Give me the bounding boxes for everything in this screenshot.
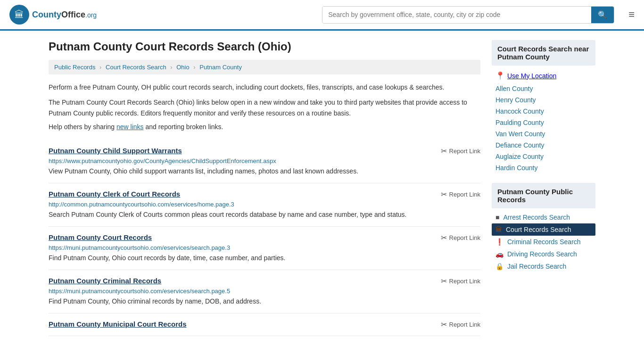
report-link-4[interactable]: ✂ Report Link [441, 320, 480, 329]
report-icon-4: ✂ [441, 320, 447, 329]
sidebar: Court Records Search near Putnam County … [492, 40, 595, 336]
public-records-driving[interactable]: 🚗 Driving Records Search [492, 248, 595, 260]
defiance-county-link[interactable]: Defiance County [495, 141, 545, 149]
record-item-0: Putnam County Child Support Warrants ✂ R… [49, 140, 480, 183]
breadcrumb-ohio[interactable]: Ohio [176, 64, 189, 71]
record-title-3[interactable]: Putnam County Criminal Records [49, 277, 161, 285]
sidebar-nearby: Court Records Search near Putnam County … [492, 40, 595, 173]
description-1: Perform a free Putnam County, OH public … [49, 82, 480, 92]
search-input[interactable] [322, 7, 591, 23]
hancock-county-link[interactable]: Hancock County [495, 107, 544, 115]
vanwert-county-link[interactable]: Van Wert County [495, 130, 545, 138]
record-header-0: Putnam County Child Support Warrants ✂ R… [49, 147, 480, 156]
share-line: Help others by sharing new links and rep… [49, 123, 480, 131]
driving-icon: 🚗 [495, 250, 504, 258]
record-item-1: Putnam County Clerk of Court Records ✂ R… [49, 183, 480, 227]
list-item-auglaize: Auglaize County [492, 151, 595, 162]
record-item-3: Putnam County Criminal Records ✂ Report … [49, 270, 480, 313]
record-title-1[interactable]: Putnam County Clerk of Court Records [49, 190, 180, 198]
list-item-henry: Henry County [492, 94, 595, 106]
site-header: 🏛 CountyOffice.org 🔍 ≡ [0, 0, 644, 31]
report-link-0[interactable]: ✂ Report Link [441, 147, 480, 156]
nearby-counties-list: Allen County Henry County Hancock County… [492, 83, 595, 173]
public-records-list: ■ Arrest Records Search 🏛 Court Records … [492, 211, 595, 272]
public-records-arrest[interactable]: ■ Arrest Records Search [492, 211, 595, 223]
arrest-icon: ■ [495, 214, 499, 221]
record-desc-2: Find Putnam County, Ohio court records b… [49, 253, 480, 263]
report-icon-3: ✂ [441, 277, 447, 286]
record-header-4: Putnam County Municipal Court Records ✂ … [49, 320, 480, 329]
record-title-2[interactable]: Putnam County Court Records [49, 233, 152, 241]
auglaize-county-link[interactable]: Auglaize County [495, 153, 544, 160]
breadcrumb: Public Records › Court Records Search › … [49, 60, 480, 74]
report-link-2[interactable]: ✂ Report Link [441, 233, 480, 242]
hamburger-menu[interactable]: ≡ [628, 8, 635, 21]
search-button[interactable]: 🔍 [591, 7, 614, 23]
hardin-county-link[interactable]: Hardin County [495, 164, 538, 172]
use-my-location[interactable]: 📍 Use My Location [492, 68, 595, 83]
report-link-3[interactable]: ✂ Report Link [441, 277, 480, 286]
record-url-0[interactable]: https://www.putnamcountyohio.gov/CountyA… [49, 157, 480, 165]
breadcrumb-public-records[interactable]: Public Records [54, 64, 95, 71]
record-title-4[interactable]: Putnam County Municipal Court Records [49, 320, 187, 328]
logo-icon: 🏛 [9, 5, 29, 25]
jail-records-link[interactable]: Jail Records Search [507, 263, 566, 270]
record-url-1[interactable]: http://common.putnamcountycourtsohio.com… [49, 201, 480, 208]
list-item-paulding: Paulding County [492, 117, 595, 128]
logo-text: CountyOffice.org [32, 10, 97, 20]
report-icon-2: ✂ [441, 233, 447, 242]
record-title-0[interactable]: Putnam County Child Support Warrants [49, 147, 182, 155]
location-pin-icon: 📍 [495, 71, 505, 80]
sidebar-public-records-header: Putnam County Public Records [492, 183, 595, 208]
page-container: Putnam County Court Records Search (Ohio… [39, 31, 605, 346]
public-records-jail[interactable]: 🔒 Jail Records Search [492, 260, 595, 272]
description-2: The Putnam County Court Records Search (… [49, 97, 480, 118]
list-item-vanwert: Van Wert County [492, 128, 595, 140]
list-item-defiance: Defiance County [492, 140, 595, 151]
report-icon-1: ✂ [441, 190, 447, 199]
paulding-county-link[interactable]: Paulding County [495, 119, 544, 126]
record-header-3: Putnam County Criminal Records ✂ Report … [49, 277, 480, 286]
page-title: Putnam County Court Records Search (Ohio… [49, 40, 480, 53]
record-desc-3: Find Putnam County, Ohio criminal record… [49, 296, 480, 306]
public-records-criminal[interactable]: ❗ Criminal Records Search [492, 236, 595, 248]
criminal-records-link[interactable]: Criminal Records Search [507, 238, 581, 246]
list-item-hancock: Hancock County [492, 106, 595, 117]
court-icon: 🏛 [495, 226, 502, 233]
breadcrumb-court-records[interactable]: Court Records Search [106, 64, 166, 71]
driving-records-link[interactable]: Driving Records Search [507, 250, 577, 258]
report-link-1[interactable]: ✂ Report Link [441, 190, 480, 199]
henry-county-link[interactable]: Henry County [495, 96, 536, 104]
sidebar-nearby-header: Court Records Search near Putnam County [492, 40, 595, 66]
record-desc-0: View Putnam County, Ohio child support w… [49, 166, 480, 176]
breadcrumb-sep1: › [99, 64, 101, 71]
list-item-allen: Allen County [492, 83, 595, 94]
record-desc-1: Search Putnam County Clerk of Courts com… [49, 210, 480, 220]
jail-icon: 🔒 [495, 263, 504, 270]
sidebar-public-records: Putnam County Public Records ■ Arrest Re… [492, 183, 595, 272]
new-links-link[interactable]: new links [116, 123, 144, 131]
record-item-4: Putnam County Municipal Court Records ✂ … [49, 313, 480, 336]
court-records-link[interactable]: Court Records Search [506, 226, 571, 233]
record-url-2[interactable]: https://muni.putnamcountycourtsohio.com/… [49, 244, 480, 251]
criminal-icon: ❗ [495, 238, 504, 246]
public-records-court[interactable]: 🏛 Court Records Search [492, 223, 595, 236]
record-item-2: Putnam County Court Records ✂ Report Lin… [49, 227, 480, 270]
search-bar: 🔍 [322, 6, 614, 24]
site-logo[interactable]: 🏛 CountyOffice.org [9, 5, 97, 25]
allen-county-link[interactable]: Allen County [495, 85, 533, 92]
use-location-link[interactable]: Use My Location [507, 72, 556, 80]
list-item-hardin: Hardin County [492, 162, 595, 173]
breadcrumb-sep3: › [193, 64, 195, 71]
main-content: Putnam County Court Records Search (Ohio… [49, 40, 480, 336]
breadcrumb-putnam[interactable]: Putnam County [199, 64, 242, 71]
breadcrumb-sep2: › [170, 64, 172, 71]
record-header-1: Putnam County Clerk of Court Records ✂ R… [49, 190, 480, 199]
record-url-3[interactable]: https://muni.putnamcountycourtsohio.com/… [49, 288, 480, 295]
record-header-2: Putnam County Court Records ✂ Report Lin… [49, 233, 480, 242]
report-icon-0: ✂ [441, 147, 447, 156]
arrest-records-link[interactable]: Arrest Records Search [503, 214, 570, 221]
